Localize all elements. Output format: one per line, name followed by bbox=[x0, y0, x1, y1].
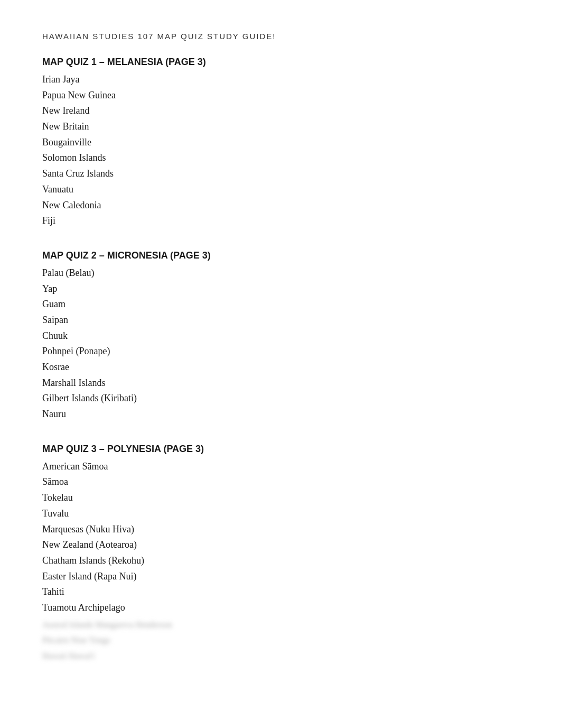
list-item: Nauru bbox=[42, 407, 519, 422]
list-item: Marquesas (Nuku Hiva) bbox=[42, 522, 519, 538]
list-item: Saipan bbox=[42, 312, 519, 328]
list-item: Bougainville bbox=[42, 135, 519, 151]
list-item: Tuamotu Archipelago bbox=[42, 600, 519, 616]
list-item: Santa Cruz Islands bbox=[42, 166, 519, 182]
list-item: Irian Jaya bbox=[42, 72, 519, 88]
list-item: Sāmoa bbox=[42, 474, 519, 490]
list-item: Palau (Belau) bbox=[42, 265, 519, 281]
list-item: Papua New Guinea bbox=[42, 88, 519, 104]
list-item: Easter Island (Rapa Nui) bbox=[42, 569, 519, 585]
list-item: Tahiti bbox=[42, 584, 519, 600]
list-item: New Ireland bbox=[42, 103, 519, 119]
list-item: Marshall Islands bbox=[42, 375, 519, 391]
section-quiz1: MAP QUIZ 1 – MELANESIA (PAGE 3)Irian Jay… bbox=[42, 57, 519, 229]
heading-quiz2: MAP QUIZ 2 – MICRONESIA (PAGE 3) bbox=[42, 250, 519, 261]
list-item: Vanuatu bbox=[42, 182, 519, 198]
list-item: Tokelau bbox=[42, 490, 519, 506]
list-item: New Caledonia bbox=[42, 198, 519, 214]
list-item: Chuuk bbox=[42, 328, 519, 344]
list-quiz1: Irian JayaPapua New GuineaNew IrelandNew… bbox=[42, 72, 519, 229]
blurred-line: Pitcairn Niue Tonga bbox=[42, 633, 519, 647]
list-item: Solomon Islands bbox=[42, 150, 519, 166]
blurred-line: Hawaii Hawai'i bbox=[42, 649, 519, 663]
section-quiz2: MAP QUIZ 2 – MICRONESIA (PAGE 3)Palau (B… bbox=[42, 250, 519, 422]
page-title: HAWAIIAN STUDIES 107 MAP QUIZ STUDY GUID… bbox=[42, 32, 519, 41]
list-item: Pohnpei (Ponape) bbox=[42, 344, 519, 360]
list-quiz2: Palau (Belau)YapGuamSaipanChuukPohnpei (… bbox=[42, 265, 519, 422]
list-item: Fiji bbox=[42, 213, 519, 229]
list-item: American Sāmoa bbox=[42, 459, 519, 475]
heading-quiz1: MAP QUIZ 1 – MELANESIA (PAGE 3) bbox=[42, 57, 519, 68]
list-quiz3: American SāmoaSāmoaTokelauTuvaluMarquesa… bbox=[42, 459, 519, 616]
list-item: Guam bbox=[42, 297, 519, 312]
list-item: New Zealand (Aotearoa) bbox=[42, 537, 519, 553]
heading-quiz3: MAP QUIZ 3 – POLYNESIA (PAGE 3) bbox=[42, 444, 519, 455]
list-item: Gilbert Islands (Kiribati) bbox=[42, 391, 519, 407]
list-item: Chatham Islands (Rekohu) bbox=[42, 553, 519, 569]
list-item: Yap bbox=[42, 281, 519, 297]
blurred-content: Austral Islands Mangareva HendersonPitca… bbox=[42, 618, 519, 663]
blurred-line: Austral Islands Mangareva Henderson bbox=[42, 618, 519, 632]
list-item: New Britain bbox=[42, 119, 519, 135]
list-item: Tuvalu bbox=[42, 506, 519, 522]
list-item: Kosrae bbox=[42, 360, 519, 375]
section-quiz3: MAP QUIZ 3 – POLYNESIA (PAGE 3)American … bbox=[42, 444, 519, 663]
